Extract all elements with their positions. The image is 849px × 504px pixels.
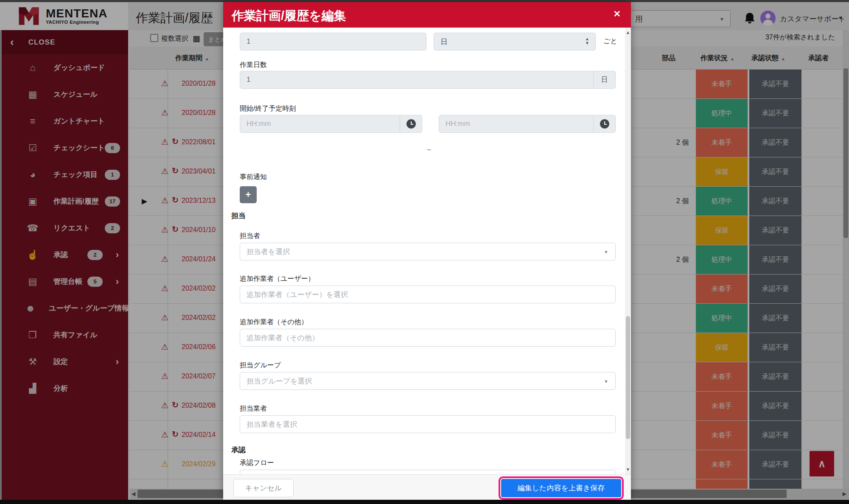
add-notice-button[interactable]: + bbox=[240, 186, 257, 203]
scroll-down-icon[interactable]: ▼ bbox=[626, 467, 630, 472]
flow-select[interactable]: 承認フローを選択 ▼ bbox=[240, 470, 616, 474]
tanto-section-header: 担当 bbox=[231, 211, 246, 221]
spinner-icon: ▲▼ bbox=[585, 37, 589, 45]
time-label: 開始/終了予定時刻 bbox=[240, 104, 296, 113]
modal-scrollbar-thumb[interactable] bbox=[626, 316, 630, 439]
modal-footer: キャンセル 編集した内容を上書き保存 bbox=[223, 474, 631, 500]
scroll-up-icon[interactable]: ▲ bbox=[626, 30, 630, 35]
clock-icon bbox=[593, 115, 615, 132]
edit-work-plan-modal: 作業計画/履歴を編集 ✕ 1 日 ▲▼ ごと 作業日数 1 日 開始/終了予定時… bbox=[223, 2, 631, 500]
group-label: 担当グループ bbox=[240, 361, 281, 370]
work-days-unit: 日 bbox=[593, 71, 615, 88]
extra-user-label: 追加作業者（ユーザー） bbox=[240, 274, 315, 283]
approval-section-header: 承認 bbox=[231, 445, 246, 455]
clock-icon bbox=[400, 115, 422, 132]
frequency-input[interactable]: 1 bbox=[240, 33, 426, 50]
start-time-input[interactable]: HH:mm bbox=[240, 115, 422, 133]
vendor-input[interactable]: 担当業者を選択 bbox=[240, 415, 616, 433]
chevron-down-icon: ▼ bbox=[604, 379, 608, 384]
chevron-down-icon: ▼ bbox=[604, 249, 608, 255]
group-select[interactable]: 担当グループを選択 ▼ bbox=[240, 372, 616, 390]
extra-user-input[interactable]: 追加作業者（ユーザー）を選択 bbox=[240, 286, 616, 303]
end-time-input[interactable]: HH:mm bbox=[439, 115, 616, 133]
frequency-unit-select[interactable]: 日 ▲▼ bbox=[434, 33, 596, 50]
tanto-label: 担当者 bbox=[240, 232, 260, 241]
extra-other-input[interactable]: 追加作業者（その他） bbox=[240, 329, 616, 347]
window-bottom-border bbox=[0, 500, 849, 504]
close-icon[interactable]: ✕ bbox=[613, 9, 621, 19]
extra-other-label: 追加作業者（その他） bbox=[240, 318, 308, 327]
cancel-button[interactable]: キャンセル bbox=[233, 479, 294, 497]
modal-header: 作業計画/履歴を編集 ✕ bbox=[223, 2, 631, 28]
modal-title: 作業計画/履歴を編集 bbox=[232, 8, 346, 25]
vendor-label: 担当業者 bbox=[240, 404, 267, 413]
tanto-select[interactable]: 担当者を選択 ▼ bbox=[240, 243, 616, 260]
work-days-input[interactable]: 1 日 bbox=[240, 71, 616, 89]
modal-scrollbar[interactable]: ▲ ▼ bbox=[625, 28, 631, 474]
time-range-separator: ~ bbox=[427, 146, 432, 154]
modal-body: 1 日 ▲▼ ごと 作業日数 1 日 開始/終了予定時刻 HH:mm ~ HH:… bbox=[223, 28, 625, 474]
flow-label: 承認フロー bbox=[240, 459, 274, 468]
save-button[interactable]: 編集した内容を上書き保存 bbox=[501, 479, 621, 497]
frequency-suffix-label: ごと bbox=[603, 37, 617, 46]
work-days-label: 作業日数 bbox=[240, 61, 267, 70]
notice-label: 事前通知 bbox=[240, 173, 267, 182]
